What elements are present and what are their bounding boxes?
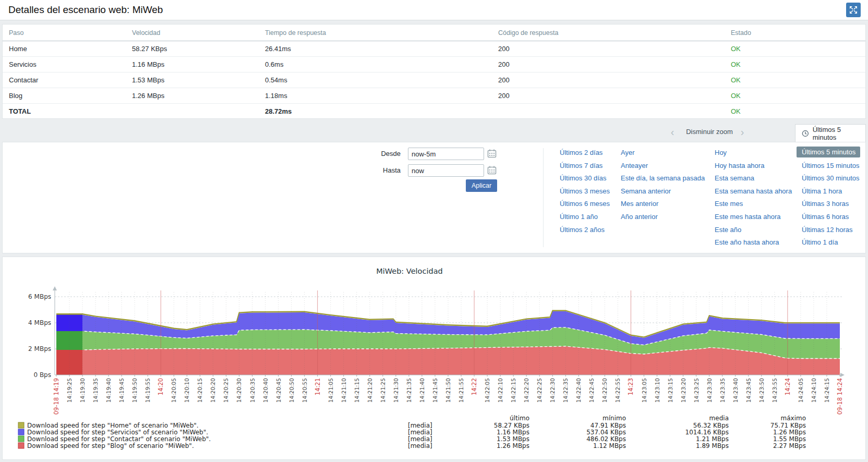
legend-column-header: media bbox=[709, 415, 729, 422]
legend-value: 486.02 KBps bbox=[586, 435, 626, 443]
cell-tiempo: 26.41ms bbox=[259, 41, 492, 57]
legend-label: Download speed for step "Contactar" of s… bbox=[27, 435, 211, 443]
cell-codigo: 200 bbox=[492, 57, 725, 72]
x-tick-label: 14:21:15 bbox=[354, 378, 360, 403]
legend-label: Download speed for step "Home" of scenar… bbox=[27, 422, 199, 429]
y-axis-label: 2 MBps bbox=[28, 345, 51, 352]
x-tick-label: 14:23 bbox=[627, 378, 634, 395]
cell-tiempo: 28.72ms bbox=[259, 104, 492, 119]
time-shift-back-button[interactable]: ‹ bbox=[667, 125, 678, 139]
quick-range-link[interactable]: Hoy hasta ahora bbox=[715, 161, 764, 171]
legend-label: Download speed for step "Blog" of scenar… bbox=[27, 442, 194, 449]
cell-codigo: 200 bbox=[492, 72, 725, 88]
legend-function: [media] bbox=[408, 422, 432, 429]
chevron-right-icon: › bbox=[741, 126, 744, 138]
steps-table: PasoVelocidadTiempo de respuestaCódigo d… bbox=[3, 25, 865, 119]
quick-range-link[interactable]: Mes anterior bbox=[621, 199, 658, 209]
cell-paso: Home bbox=[3, 41, 126, 57]
quick-range-link[interactable]: Este año hasta ahora bbox=[715, 237, 779, 248]
x-tick-label: 14:22:30 bbox=[549, 378, 556, 403]
cell-tiempo: 1.18ms bbox=[259, 88, 492, 104]
y-axis-label: 0 Bps bbox=[33, 371, 51, 379]
quick-range-link[interactable]: Últimos 2 días bbox=[560, 148, 602, 158]
cell-codigo: 200 bbox=[492, 88, 725, 104]
cell-tiempo: 0.6ms bbox=[259, 57, 492, 72]
cell-paso: Blog bbox=[3, 88, 126, 104]
quick-range-link[interactable]: Últimas 3 horas bbox=[802, 199, 849, 209]
x-tick-label: 14:21:35 bbox=[406, 378, 412, 403]
legend-function: [media] bbox=[408, 442, 432, 449]
quick-range-link[interactable]: Anteayer bbox=[621, 161, 648, 171]
quick-range-link[interactable]: Esta semana bbox=[715, 173, 754, 184]
table-row: TOTAL28.72msOK bbox=[3, 104, 865, 119]
velocity-graph[interactable]: MiWeb: Velocidad0 Bps2 MBps4 MBps6 MBps0… bbox=[2, 257, 866, 460]
quick-range-link[interactable]: Último 1 año bbox=[560, 212, 598, 222]
x-tick-label: 14:23:20 bbox=[680, 378, 686, 403]
quick-range-link[interactable]: Últimos 3 meses bbox=[560, 186, 610, 197]
quick-range-link[interactable]: Últimos 6 meses bbox=[560, 199, 610, 209]
x-tick-label: 14:21:25 bbox=[380, 378, 386, 403]
from-input[interactable] bbox=[408, 148, 484, 160]
cell-paso: Servicios bbox=[3, 57, 126, 72]
quick-range-link[interactable]: Última 1 hora bbox=[802, 186, 842, 197]
quick-range-link[interactable]: Últimas 12 horas bbox=[802, 225, 853, 235]
time-range-tab[interactable]: Últimos 5 minutos bbox=[795, 124, 866, 142]
y-axis-label: 6 MBps bbox=[28, 293, 51, 300]
from-calendar-button[interactable] bbox=[486, 148, 498, 160]
table-row: Blog1.26 MBps1.18ms200OK bbox=[3, 88, 865, 104]
quick-range-link[interactable]: Año anterior bbox=[621, 212, 658, 222]
from-label: Desde bbox=[359, 148, 401, 160]
x-tick-label: 14:21 bbox=[314, 378, 321, 395]
x-tick-label: 14:24:05 bbox=[798, 378, 804, 403]
calendar-icon bbox=[487, 165, 497, 175]
quick-range-link[interactable]: Últimos 7 días bbox=[560, 161, 602, 171]
legend-value: 1.26 MBps bbox=[497, 442, 529, 449]
x-tick-label: 14:20:10 bbox=[184, 378, 190, 403]
clock-icon bbox=[802, 130, 809, 137]
quick-range-link[interactable]: Este mes bbox=[715, 199, 743, 209]
quick-range-link[interactable]: Esta semana hasta ahora bbox=[715, 186, 792, 197]
quick-range-link[interactable]: Ayer bbox=[621, 148, 635, 158]
quick-range-link[interactable]: Últimos 30 minutos bbox=[802, 173, 860, 184]
quick-range-link[interactable]: Este día, la semana pasada bbox=[621, 173, 705, 184]
legend-value: 1.89 MBps bbox=[696, 442, 729, 449]
legend-column-header: mínimo bbox=[602, 415, 626, 422]
to-input[interactable] bbox=[408, 164, 484, 177]
page-title: Detalles del escenario web: MiWeb bbox=[8, 0, 163, 20]
x-tick-label: 14:20:15 bbox=[197, 378, 203, 403]
time-shift-forward-button[interactable]: › bbox=[737, 125, 748, 139]
apply-button[interactable]: Aplicar bbox=[466, 179, 497, 192]
quick-range-link[interactable]: Últimos 2 años bbox=[560, 225, 605, 235]
quick-range-link[interactable]: Último 1 día bbox=[802, 237, 838, 248]
cell-estado: OK bbox=[725, 104, 865, 119]
quick-range-link[interactable]: Últimas 6 horas bbox=[802, 212, 849, 222]
column-header-3: Código de respuesta bbox=[492, 25, 725, 41]
quick-range-link[interactable]: Este año bbox=[715, 225, 741, 235]
fullscreen-button[interactable] bbox=[846, 3, 861, 17]
x-tick-label: 14:22:55 bbox=[614, 378, 621, 403]
x-tick-label: 14:20:25 bbox=[223, 378, 229, 403]
legend-function: [media] bbox=[408, 429, 432, 436]
x-tick-label: 14:19:50 bbox=[131, 378, 138, 403]
quick-range-link[interactable]: Semana anterior bbox=[621, 186, 671, 197]
x-tick-label: 14:20:50 bbox=[288, 378, 295, 403]
quick-range-link[interactable]: Este mes hasta ahora bbox=[715, 212, 780, 222]
x-tick-label: 14:21:45 bbox=[432, 378, 438, 403]
quick-range-link[interactable]: Hoy bbox=[715, 148, 727, 158]
legend-value: 1.16 MBps bbox=[497, 429, 529, 436]
quick-range-link[interactable]: Últimos 15 minutos bbox=[802, 161, 860, 171]
x-tick-label: 14:20 bbox=[157, 378, 164, 395]
x-tick-label: 14:23:15 bbox=[667, 378, 673, 403]
x-tick-label: 14:19:40 bbox=[105, 378, 112, 403]
to-calendar-button[interactable] bbox=[486, 164, 498, 177]
legend-column-header: máximo bbox=[780, 415, 806, 422]
quick-range-selected[interactable]: Últimos 5 minutos bbox=[797, 147, 860, 157]
x-tick-label: 09-18 14:24 bbox=[836, 378, 843, 415]
table-row: Home58.27 KBps26.41ms200OK bbox=[3, 41, 865, 57]
cell-estado: OK bbox=[725, 41, 865, 57]
x-tick-label: 14:22:15 bbox=[510, 378, 516, 403]
zoom-out-link[interactable]: Disminuir zoom bbox=[681, 125, 738, 139]
cell-velocidad: 1.26 MBps bbox=[126, 88, 259, 104]
cell-paso: Contactar bbox=[3, 72, 126, 88]
quick-range-link[interactable]: Últimos 30 días bbox=[560, 173, 607, 184]
